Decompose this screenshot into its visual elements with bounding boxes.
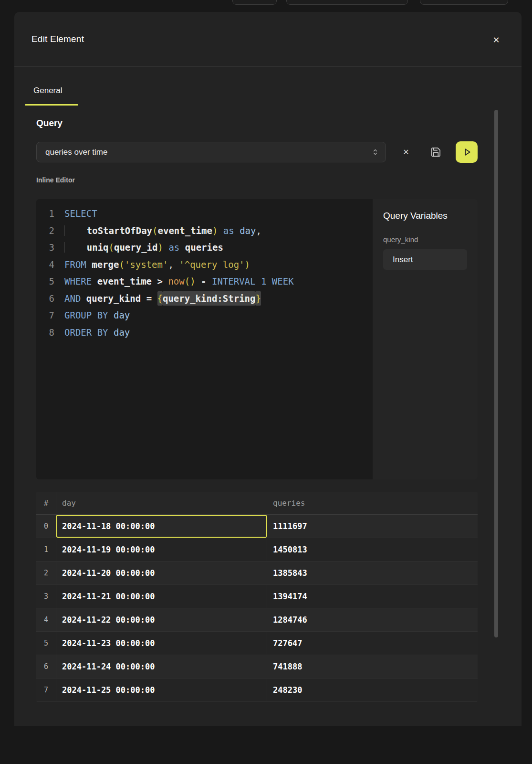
code-token: - — [201, 276, 206, 286]
table-row: 32024-11-21 00:00:001394174 — [36, 585, 478, 608]
code-token — [64, 242, 87, 253]
queries-cell[interactable]: 1394174 — [267, 585, 478, 608]
edit-element-modal: Edit Element ✕ General Query queries ove… — [14, 12, 522, 726]
row-index-cell: 2 — [36, 562, 56, 584]
code-line[interactable]: 3 uniq(query_id) as queries — [36, 239, 373, 256]
queries-cell[interactable]: 741888 — [267, 655, 478, 678]
tab-active-underline — [25, 104, 78, 106]
tab-general[interactable]: General — [33, 86, 62, 96]
code-text: WHERE event_time > now() - INTERVAL 1 WE… — [54, 273, 294, 290]
query-select[interactable]: queries over time — [36, 142, 386, 162]
code-token — [108, 310, 114, 320]
page-background: Edit Element ✕ General Query queries ove… — [0, 0, 532, 764]
queries-cell[interactable]: 727647 — [267, 632, 478, 655]
code-token: queries — [185, 242, 223, 253]
code-token: as — [168, 242, 179, 253]
code-token — [163, 276, 168, 286]
code-token: , — [168, 259, 179, 270]
line-number: 6 — [36, 290, 54, 308]
modal-scrollbar[interactable] — [494, 110, 498, 637]
code-token: '^query_log' — [179, 259, 244, 270]
inline-editor-label: Inline Editor — [36, 176, 75, 184]
code-token — [196, 276, 201, 286]
code-line[interactable]: 5WHERE event_time > now() - INTERVAL 1 W… — [36, 273, 373, 290]
line-number: 4 — [36, 256, 54, 274]
day-cell[interactable]: 2024-11-19 00:00:00 — [56, 538, 267, 561]
results-table-header: # day queries — [36, 492, 478, 515]
save-query-button[interactable] — [427, 143, 444, 160]
code-text: SELECT — [54, 205, 97, 223]
code-token: FROM — [64, 259, 86, 270]
day-cell[interactable]: 2024-11-23 00:00:00 — [56, 632, 267, 655]
table-row: 52024-11-23 00:00:00727647 — [36, 632, 478, 655]
code-token: query_id — [114, 242, 158, 253]
insert-variable-button[interactable]: Insert — [383, 249, 467, 270]
code-token: GROUP BY — [64, 310, 108, 320]
code-token: day — [114, 327, 130, 338]
queries-cell[interactable]: 248230 — [267, 679, 478, 701]
code-token: ( — [109, 242, 114, 253]
code-line[interactable]: 1SELECT — [36, 205, 373, 223]
run-query-button[interactable] — [456, 141, 478, 163]
code-token: ) — [245, 259, 250, 270]
modal-header: Edit Element ✕ — [14, 12, 522, 67]
code-token: event_time — [97, 276, 152, 286]
code-token: merge — [92, 259, 119, 270]
day-cell[interactable]: 2024-11-22 00:00:00 — [56, 608, 267, 631]
table-row: 42024-11-22 00:00:001284746 — [36, 608, 478, 632]
chevron-up-down-icon — [372, 149, 379, 156]
close-icon[interactable]: ✕ — [489, 33, 503, 47]
day-cell[interactable]: 2024-11-24 00:00:00 — [56, 655, 267, 678]
row-index-cell: 0 — [36, 515, 56, 538]
code-token: 'system' — [125, 259, 168, 270]
code-token: 1 — [261, 276, 266, 286]
code-token: INTERVAL — [212, 276, 256, 286]
editor-block: 1SELECT2 toStartOfDay(event_time) as day… — [36, 199, 478, 479]
day-cell[interactable]: 2024-11-25 00:00:00 — [56, 679, 267, 701]
modal-title: Edit Element — [31, 34, 84, 44]
query-variables-panel: Query Variables query_kind Insert — [373, 199, 478, 479]
code-text: AND query_kind = {query_kind:String} — [54, 290, 261, 308]
code-line[interactable]: 8ORDER BY day — [36, 324, 373, 341]
variable-name-label: query_kind — [383, 235, 467, 244]
queries-cell[interactable]: 1450813 — [267, 538, 478, 561]
row-index-cell: 3 — [36, 585, 56, 608]
query-select-value: queries over time — [45, 148, 372, 157]
code-line[interactable]: 7GROUP BY day — [36, 307, 373, 324]
day-cell[interactable]: 2024-11-18 00:00:00 — [56, 515, 267, 538]
code-token: WEEK — [272, 276, 294, 286]
row-index-cell: 7 — [36, 679, 56, 701]
code-token: ( — [152, 225, 157, 236]
row-index-cell: 6 — [36, 655, 56, 678]
code-text: ORDER BY day — [54, 324, 130, 341]
day-cell[interactable]: 2024-11-21 00:00:00 — [56, 585, 267, 608]
query-section-heading: Query — [36, 118, 63, 128]
code-token: day — [114, 310, 130, 320]
table-row: 72024-11-25 00:00:00248230 — [36, 679, 478, 702]
code-token: query_kind:String — [163, 291, 255, 306]
code-token — [92, 276, 97, 286]
code-token — [141, 293, 146, 304]
code-token: now — [168, 276, 184, 286]
code-token: query_kind — [86, 293, 141, 304]
queries-cell[interactable]: 1284746 — [267, 608, 478, 631]
code-line[interactable]: 2 toStartOfDay(event_time) as day, — [36, 223, 373, 240]
code-token: = — [146, 293, 152, 304]
code-token — [256, 276, 261, 286]
queries-cell[interactable]: 1111697 — [267, 515, 478, 538]
code-line[interactable]: 6AND query_kind = {query_kind:String} — [36, 290, 373, 308]
code-token: toStartOfDay — [87, 225, 152, 236]
background-ui-fragment — [232, 0, 277, 5]
code-token: , — [256, 225, 261, 236]
code-token: as — [223, 225, 234, 236]
code-token — [218, 225, 223, 236]
clear-query-button[interactable]: ✕ — [399, 145, 413, 159]
code-token — [86, 259, 92, 270]
queries-cell[interactable]: 1385843 — [267, 562, 478, 584]
day-cell[interactable]: 2024-11-20 00:00:00 — [56, 562, 267, 584]
row-index-cell: 1 — [36, 538, 56, 561]
code-line[interactable]: 4FROM merge('system', '^query_log') — [36, 256, 373, 274]
code-token: WHERE — [64, 276, 92, 286]
sql-editor[interactable]: 1SELECT2 toStartOfDay(event_time) as day… — [36, 199, 373, 479]
code-text: toStartOfDay(event_time) as day, — [54, 223, 261, 240]
